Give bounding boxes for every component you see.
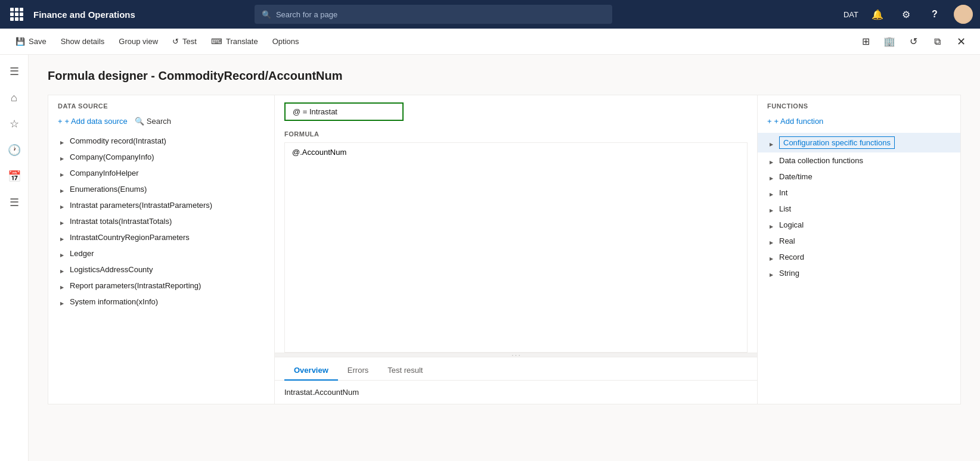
list-item[interactable]: Enumerations(Enums) <box>48 181 274 197</box>
functions-list: Configuration specific functions Data co… <box>758 133 960 404</box>
main-layout: ☰ ⌂ ☆ 🕐 📅 ☰ Formula designer - Commodity… <box>0 55 980 461</box>
show-details-button[interactable]: Show details <box>55 33 111 49</box>
chevron-right-icon <box>58 233 66 242</box>
overview-value: Intrastat.AccountNum <box>284 388 359 397</box>
sidebar-item-menu[interactable]: ☰ <box>2 60 26 83</box>
env-label: DAT <box>843 10 858 19</box>
chevron-right-icon <box>58 217 66 226</box>
translate-icon: ⌨ <box>211 37 222 46</box>
app-title: Finance and Operations <box>33 10 135 20</box>
group-view-label: Group view <box>119 37 158 46</box>
chevron-right-icon <box>58 298 66 306</box>
group-view-button[interactable]: Group view <box>113 33 164 49</box>
formula-editor-value: @.AccountNum <box>292 148 346 157</box>
sidebar-item-recent[interactable]: 🕐 <box>2 138 26 162</box>
right-panel: FUNCTIONS + + Add function Configuration… <box>758 95 960 404</box>
chevron-right-icon <box>767 173 776 181</box>
function-item-string[interactable]: String <box>758 265 960 281</box>
function-item-real[interactable]: Real <box>758 233 960 249</box>
top-nav-right: DAT 🔔 ⚙ ? <box>843 5 973 24</box>
chevron-right-icon <box>58 169 66 177</box>
bookmark-icon-btn[interactable]: ⊞ <box>856 32 875 51</box>
formula-tabs: Overview Errors Test result <box>275 357 757 381</box>
avatar[interactable] <box>954 5 973 24</box>
function-item-logical[interactable]: Logical <box>758 217 960 233</box>
office-icon-btn[interactable]: 🏢 <box>880 32 899 51</box>
function-item-datacollection[interactable]: Data collection functions <box>758 152 960 169</box>
help-icon[interactable]: ? <box>925 5 944 24</box>
chevron-right-icon <box>58 153 66 161</box>
avatar-image <box>954 5 973 24</box>
toolbar: 💾 Save Show details Group view ↺ Test ⌨ … <box>0 29 980 55</box>
test-button[interactable]: ↺ Test <box>166 33 203 49</box>
function-item-datetime[interactable]: Date/time <box>758 169 960 185</box>
save-button[interactable]: 💾 Save <box>10 33 52 49</box>
function-item-list[interactable]: List <box>758 201 960 217</box>
resize-handle[interactable]: · · · <box>275 353 757 357</box>
functions-header: FUNCTIONS <box>758 95 960 114</box>
chevron-right-icon <box>767 237 776 245</box>
formula-input[interactable]: @ = Intrastat <box>284 102 404 121</box>
chevron-right-icon <box>767 139 776 147</box>
list-item[interactable]: IntrastatCountryRegionParameters <box>48 229 274 245</box>
translate-button[interactable]: ⌨ Translate <box>205 33 264 49</box>
search-icon: 🔍 <box>262 10 271 19</box>
list-item[interactable]: Ledger <box>48 245 274 261</box>
chevron-right-icon <box>58 282 66 290</box>
content-area: Formula designer - CommodityRecord/Accou… <box>29 55 980 461</box>
top-nav: Finance and Operations 🔍 Search for a pa… <box>0 0 980 29</box>
show-details-label: Show details <box>61 37 105 46</box>
middle-panel: @ = Intrastat FORMULA @.AccountNum · · ·… <box>275 95 758 404</box>
list-item[interactable]: System information(xInfo) <box>48 294 274 310</box>
test-icon: ↺ <box>172 37 179 46</box>
toolbar-right: ⊞ 🏢 ↺ ⧉ ✕ <box>856 32 970 51</box>
page-title: Formula designer - CommodityRecord/Accou… <box>48 69 961 83</box>
sidebar-item-home[interactable]: ⌂ <box>2 86 26 110</box>
add-function-link[interactable]: + + Add function <box>767 117 823 126</box>
tab-test-result[interactable]: Test result <box>378 362 432 381</box>
add-icon: + <box>58 117 63 126</box>
list-item[interactable]: CompanyInfoHelper <box>48 165 274 181</box>
refresh-icon-btn[interactable]: ↺ <box>904 32 923 51</box>
datasource-tree: Commodity record(Intrastat) Company(Comp… <box>48 133 274 404</box>
list-item[interactable]: LogisticsAddressCounty <box>48 261 274 278</box>
settings-icon[interactable]: ⚙ <box>897 5 916 24</box>
chevron-right-icon <box>767 253 776 261</box>
chevron-right-icon <box>58 185 66 194</box>
function-item-record[interactable]: Record <box>758 249 960 265</box>
sidebar-item-workspaces[interactable]: 📅 <box>2 164 26 188</box>
function-item-int[interactable]: Int <box>758 185 960 201</box>
sidebar-item-favorites[interactable]: ☆ <box>2 112 26 136</box>
chevron-right-icon <box>767 189 776 197</box>
sidebar-item-list[interactable]: ☰ <box>2 191 26 214</box>
list-item[interactable]: Intrastat totals(IntrastatTotals) <box>48 213 274 229</box>
overview-content: Intrastat.AccountNum <box>275 381 757 404</box>
chevron-right-icon <box>767 157 776 165</box>
add-function-icon: + <box>767 117 772 126</box>
notification-icon[interactable]: 🔔 <box>868 5 887 24</box>
list-item[interactable]: Report parameters(IntrastatReporting) <box>48 278 274 294</box>
grid-icon <box>10 8 23 21</box>
chevron-right-icon <box>58 266 66 274</box>
search-bar[interactable]: 🔍 Search for a page <box>255 5 612 24</box>
panel-actions: + + Add data source 🔍 Search <box>48 114 274 133</box>
formula-label: FORMULA <box>275 128 757 142</box>
formula-editor[interactable]: @.AccountNum <box>284 142 748 353</box>
list-item[interactable]: Company(CompanyInfo) <box>48 149 274 165</box>
tab-overview[interactable]: Overview <box>284 362 338 381</box>
chevron-right-icon <box>767 269 776 278</box>
chevron-right-icon <box>58 250 66 258</box>
formula-input-row: @ = Intrastat <box>275 95 757 128</box>
grid-menu-button[interactable] <box>7 5 26 24</box>
add-datasource-link[interactable]: + + Add data source <box>58 117 128 126</box>
search-datasource-link[interactable]: 🔍 Search <box>135 117 171 126</box>
list-item[interactable]: Intrastat parameters(IntrastatParameters… <box>48 197 274 213</box>
list-item[interactable]: Commodity record(Intrastat) <box>48 133 274 149</box>
options-button[interactable]: Options <box>266 33 305 49</box>
close-icon-btn[interactable]: ✕ <box>951 32 970 51</box>
open-icon-btn[interactable]: ⧉ <box>928 32 947 51</box>
tab-errors[interactable]: Errors <box>338 362 378 381</box>
left-panel: DATA SOURCE + + Add data source 🔍 Search… <box>48 95 275 404</box>
chevron-right-icon <box>767 205 776 213</box>
function-item-config[interactable]: Configuration specific functions <box>758 133 960 152</box>
